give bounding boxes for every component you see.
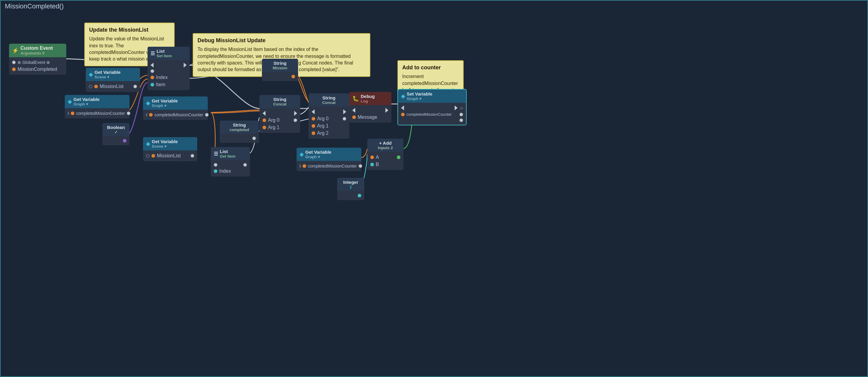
list-icon: ☰ <box>151 51 155 56</box>
add-b-pin <box>370 163 374 166</box>
add-inputs-node[interactable]: + Add Inputs 2 A B <box>367 139 403 170</box>
mission-completed-label: MissionCompleted <box>18 67 57 72</box>
concat2-arg2-pin <box>312 132 315 135</box>
empty-pin-5 <box>300 164 301 168</box>
concat1-arg1-pin <box>262 126 266 129</box>
string-mission-node[interactable]: String Mission <box>262 59 298 81</box>
debug-exec-out <box>385 108 389 113</box>
list-icon-2: ☰ <box>214 151 218 157</box>
sticky-title-3: Add to counter <box>402 64 459 71</box>
concat1-exec-out <box>294 111 297 116</box>
concat1-out-pin <box>293 118 297 122</box>
get-var-counter3-node[interactable]: ◈ Get Variable Graph ▾ completedMissionC… <box>297 148 361 171</box>
boolean-out-pin <box>123 139 126 143</box>
get-item-index-pin <box>214 169 217 173</box>
variable-icon-3: ◈ <box>146 100 150 106</box>
setvar-out-pin <box>460 113 463 116</box>
get-item-out-pin <box>243 163 247 167</box>
lightning-icon: ⚡ <box>12 47 19 54</box>
set-item-item-pin <box>151 83 154 86</box>
empty-pin-1 <box>89 85 92 88</box>
list-set-item-node[interactable]: ☰ List Set Item Index Item <box>148 47 190 90</box>
counter3-right-pin <box>359 164 362 168</box>
counter3-out-pin <box>303 164 306 168</box>
variable-icon-4: ◈ <box>146 141 150 147</box>
mission-completed-pin <box>12 67 16 71</box>
concat1-arg0-pin <box>262 118 266 122</box>
concat1-exec-in <box>262 111 266 116</box>
list-get-item-node[interactable]: ☰ List Get Item Index <box>211 147 250 177</box>
counter1-out-pin <box>71 112 74 115</box>
debug-icon: 🐛 <box>352 95 359 102</box>
missionlist2-out-pin <box>151 154 155 157</box>
string-concat1-node[interactable]: String Concat Arg 0 Arg 1 <box>259 95 300 133</box>
counter2-out-pin <box>149 113 153 117</box>
get-item-list-pin <box>214 163 217 167</box>
setvar-counter-pin <box>401 113 405 116</box>
add-a-pin <box>370 155 374 159</box>
custom-event-args: Arguments 0 <box>21 51 53 55</box>
variable-icon-5: ◈ <box>401 93 405 99</box>
string-mission-out-pin <box>291 75 295 78</box>
counter2-right-pin <box>205 113 209 117</box>
boolean-node[interactable]: Boolean ✓ <box>102 123 129 145</box>
sticky-title-2: Debug MissionList Update <box>197 37 366 44</box>
get-var-counter2-node[interactable]: ◈ Get Variable Graph ▾ completedMissionC… <box>143 96 208 120</box>
empty-pin-4 <box>146 154 150 157</box>
get-var-counter1-node[interactable]: ◈ Get Variable Graph ▾ completedMissionC… <box>65 95 129 118</box>
set-var-graph-node[interactable]: ◈ Set Variable Graph ▾ ▷ completedMissio… <box>397 89 467 125</box>
concat2-exec-out <box>343 109 346 114</box>
string-completed-node[interactable]: String completed <box>220 120 259 143</box>
debug-log-node[interactable]: 🐛 Debug Log Message <box>349 92 392 123</box>
get-var-scene-missionlist-node[interactable]: ◈ Get Variable Scene ▾ MissionList <box>86 68 140 92</box>
custom-event-label: Custom Event <box>21 46 53 51</box>
debug-message-pin <box>352 115 356 119</box>
set-item-exec-out <box>184 63 187 67</box>
variable-icon-2: ◈ <box>68 98 72 105</box>
variable-icon-6: ◈ <box>300 151 304 157</box>
concat2-out-pin <box>343 117 346 120</box>
get-var-scene-missionlist2-node[interactable]: ◈ Get Variable Scene ▾ MissionList <box>143 137 197 161</box>
window-title: MissionCompleted() <box>5 2 64 10</box>
string-concat2-node[interactable]: String Concat Arg 0 Arg 1 Arg 2 <box>309 93 349 139</box>
variable-icon: ◈ <box>89 71 93 78</box>
concat2-arg0-pin <box>312 117 315 120</box>
custom-event-node[interactable]: ⚡ Custom Event Arguments 0 ⊕ GlobalEvent… <box>9 44 66 75</box>
string-completed-out-pin <box>252 137 256 140</box>
integer-out-pin <box>358 194 361 197</box>
integer-1-node[interactable]: Integer 1 <box>337 178 364 200</box>
setvar-small-pin <box>460 118 463 122</box>
setvar-exec-in <box>401 106 404 110</box>
add-out-pin <box>397 155 400 159</box>
set-item-list-pin <box>151 69 154 73</box>
set-item-index-pin <box>151 76 154 79</box>
empty-pin-3 <box>146 113 147 117</box>
missionlist-out-pin <box>94 85 98 88</box>
empty-pin-2 <box>68 112 69 115</box>
missionlist2-right-pin <box>191 154 194 157</box>
setvar-exec-out <box>455 106 458 110</box>
counter1-right-pin <box>127 112 130 115</box>
concat2-arg1-pin <box>312 124 315 128</box>
blueprint-canvas[interactable]: Update the MissionList Update the value … <box>0 0 868 377</box>
global-event-pin <box>12 61 16 64</box>
missionlist-right-pin <box>133 85 137 88</box>
set-item-exec-in <box>151 63 154 67</box>
sticky-title-1: Update the MissionList <box>89 26 170 34</box>
concat2-exec-in <box>312 109 315 114</box>
debug-exec-in <box>352 108 355 113</box>
